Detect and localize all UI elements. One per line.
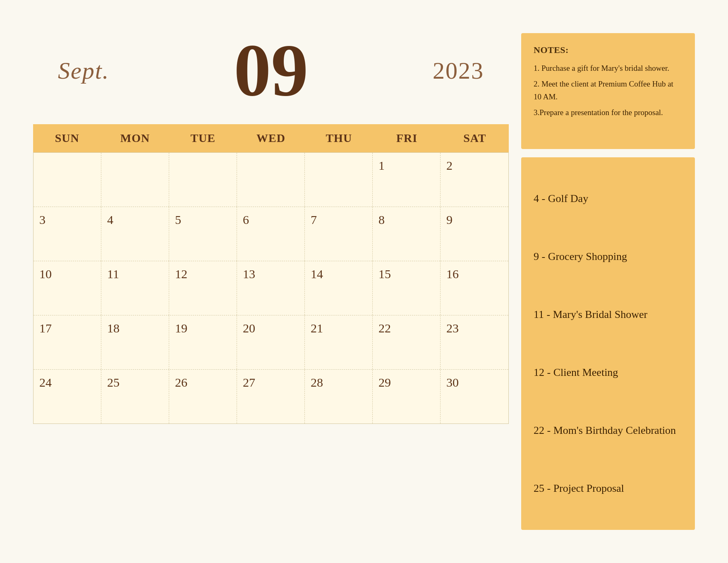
calendar-row-0: 12 bbox=[34, 153, 508, 207]
calendar-empty-0-3 bbox=[237, 153, 305, 207]
event-item-2: 11 - Mary's Bridal Shower bbox=[534, 304, 682, 325]
events-box: 4 - Golf Day9 - Grocery Shopping11 - Mar… bbox=[521, 157, 695, 530]
calendar-day-18: 18 bbox=[101, 315, 169, 369]
notes-title: NOTES: bbox=[534, 45, 682, 55]
calendar-empty-0-1 bbox=[101, 153, 169, 207]
calendar-body: 1234567891011121314151617181920212223242… bbox=[33, 152, 509, 424]
calendar-day-12: 12 bbox=[169, 261, 237, 315]
calendar-day-13: 13 bbox=[237, 261, 305, 315]
calendar-day-6: 6 bbox=[237, 207, 305, 261]
note-item-0: 1. Purchase a gift for Mary's bridal sho… bbox=[534, 62, 682, 75]
calendar-day-23: 23 bbox=[441, 315, 508, 369]
calendar-day-21: 21 bbox=[305, 315, 373, 369]
calendar-header-row: SUN MON TUE WED THU FRI SAT bbox=[33, 124, 509, 152]
year-label: 2023 bbox=[433, 57, 484, 84]
calendar-day-30: 30 bbox=[441, 370, 508, 423]
calendar-row-3: 17181920212223 bbox=[34, 315, 508, 370]
day-header-wed: WED bbox=[237, 124, 305, 152]
calendar-empty-0-2 bbox=[169, 153, 237, 207]
calendar-row-2: 10111213141516 bbox=[34, 261, 508, 315]
event-item-4: 22 - Mom's Birthday Celebration bbox=[534, 420, 682, 441]
calendar-day-20: 20 bbox=[237, 315, 305, 369]
month-number: 09 bbox=[234, 33, 308, 108]
note-item-1: 2. Meet the client at Premium Coffee Hub… bbox=[534, 78, 682, 103]
page-container: Sept. 09 2023 SUN MON TUE WED THU FRI SA… bbox=[33, 33, 695, 530]
day-header-sat: SAT bbox=[441, 124, 509, 152]
day-header-mon: MON bbox=[101, 124, 169, 152]
day-header-tue: TUE bbox=[169, 124, 237, 152]
calendar-day-19: 19 bbox=[169, 315, 237, 369]
calendar-day-29: 29 bbox=[373, 370, 441, 423]
event-item-3: 12 - Client Meeting bbox=[534, 362, 682, 383]
calendar-day-8: 8 bbox=[373, 207, 441, 261]
sidebar: NOTES: 1. Purchase a gift for Mary's bri… bbox=[521, 33, 695, 530]
calendar-day-7: 7 bbox=[305, 207, 373, 261]
notes-list: 1. Purchase a gift for Mary's bridal sho… bbox=[534, 62, 682, 119]
calendar-row-4: 24252627282930 bbox=[34, 370, 508, 423]
calendar-day-5: 5 bbox=[169, 207, 237, 261]
calendar-day-17: 17 bbox=[34, 315, 101, 369]
calendar-day-10: 10 bbox=[34, 261, 101, 315]
notes-box: NOTES: 1. Purchase a gift for Mary's bri… bbox=[521, 33, 695, 149]
calendar-day-27: 27 bbox=[237, 370, 305, 423]
calendar-day-24: 24 bbox=[34, 370, 101, 423]
calendar-day-2: 2 bbox=[441, 153, 508, 207]
day-header-fri: FRI bbox=[373, 124, 441, 152]
calendar-day-16: 16 bbox=[441, 261, 508, 315]
event-item-5: 25 - Project Proposal bbox=[534, 478, 682, 499]
calendar-day-3: 3 bbox=[34, 207, 101, 261]
event-item-1: 9 - Grocery Shopping bbox=[534, 246, 682, 267]
calendar-day-15: 15 bbox=[373, 261, 441, 315]
calendar-day-1: 1 bbox=[373, 153, 441, 207]
calendar-day-9: 9 bbox=[441, 207, 508, 261]
calendar-day-11: 11 bbox=[101, 261, 169, 315]
calendar-empty-0-0 bbox=[34, 153, 101, 207]
day-header-thu: THU bbox=[305, 124, 373, 152]
day-header-sun: SUN bbox=[33, 124, 101, 152]
note-item-2: 3.Prepare a presentation for the proposa… bbox=[534, 106, 682, 119]
calendar-day-26: 26 bbox=[169, 370, 237, 423]
calendar-section: Sept. 09 2023 SUN MON TUE WED THU FRI SA… bbox=[33, 33, 509, 530]
calendar-day-22: 22 bbox=[373, 315, 441, 369]
month-label: Sept. bbox=[58, 57, 109, 84]
calendar-row-1: 3456789 bbox=[34, 207, 508, 261]
calendar-header: Sept. 09 2023 bbox=[33, 33, 509, 108]
calendar-grid: SUN MON TUE WED THU FRI SAT 123456789101… bbox=[33, 124, 509, 530]
calendar-day-28: 28 bbox=[305, 370, 373, 423]
calendar-day-4: 4 bbox=[101, 207, 169, 261]
calendar-day-25: 25 bbox=[101, 370, 169, 423]
calendar-empty-0-4 bbox=[305, 153, 373, 207]
calendar-day-14: 14 bbox=[305, 261, 373, 315]
event-item-0: 4 - Golf Day bbox=[534, 188, 682, 209]
